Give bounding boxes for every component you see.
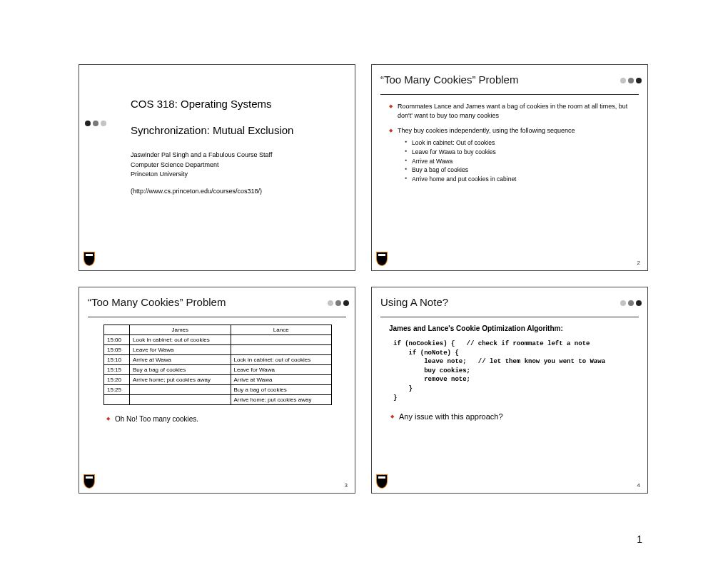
slide-page-number: 3 (345, 482, 348, 489)
col-james: James (130, 325, 231, 335)
cell (231, 335, 332, 345)
cell: 15:10 (104, 355, 130, 365)
department-line: Computer Science Department (131, 160, 330, 170)
algorithm-heading: James and Lance's Cookie Optimization Al… (389, 325, 639, 332)
course-url: (http://www.cs.princeton.edu/courses/cos… (131, 187, 330, 197)
cell (104, 395, 130, 405)
cell: 15:25 (104, 385, 130, 395)
princeton-shield-icon (376, 474, 388, 489)
table-row: 15:20Arrive home; put cookies awayArrive… (104, 375, 332, 385)
accent-dots-icon (85, 121, 106, 126)
svg-rect-2 (86, 476, 93, 479)
sub-bullet: Buy a bag of cookies (405, 165, 639, 175)
cell (130, 385, 231, 395)
instructor-line: Jaswinder Pal Singh and a Fabulous Cours… (131, 150, 330, 160)
schedule-table: James Lance 15:00Look in cabinet: out of… (103, 325, 332, 405)
cell: Arrive home; put cookies away (130, 375, 231, 385)
svg-rect-3 (378, 476, 385, 479)
table-row: 15:15Buy a bag of cookiesLeave for Wawa (104, 365, 332, 375)
divider (380, 317, 639, 317)
slide-page-number: 4 (637, 482, 640, 489)
col-lance: Lance (231, 325, 332, 335)
cell: Arrive at Wawa (231, 375, 332, 385)
cell: Arrive home; put cookies away (231, 395, 332, 405)
sub-bullet: Leave for Wawa to buy cookies (405, 148, 639, 157)
slide-title: “Too Many Cookies” Problem (380, 73, 639, 86)
divider (380, 94, 639, 95)
table-row: 15:10Arrive at WawaLook in cabinet: out … (104, 355, 332, 365)
princeton-shield-icon (376, 252, 388, 266)
table-row: Arrive home; put cookies away (104, 395, 332, 405)
table-row: 15:00Look in cabinet: out of cookies (104, 335, 332, 345)
code-block: if (noCookies) { // check if roommate le… (393, 339, 639, 402)
table-row: 15:05Leave for Wawa (104, 345, 332, 355)
accent-dots-icon (620, 78, 642, 83)
princeton-shield-icon (84, 474, 95, 489)
princeton-shield-icon (84, 252, 95, 266)
slide-3: “Too Many Cookies” Problem James Lance 1… (79, 287, 355, 494)
accent-dots-icon (620, 300, 642, 306)
table-header-row: James Lance (104, 325, 332, 335)
bullet-text: They buy cookies independently, using th… (398, 127, 575, 134)
cell: 15:00 (104, 335, 130, 345)
table-row: 15:25Buy a bag of cookies (104, 385, 332, 395)
cell: 15:20 (104, 375, 130, 385)
note-line: Oh No! Too many cookies. (106, 415, 346, 423)
slide-1: COS 318: Operating Systems Synchronizati… (79, 64, 355, 271)
cell: Look in cabinet: out of cookies (231, 355, 332, 365)
cell: Buy a bag of cookies (130, 365, 231, 375)
slide-title: Using A Note? (380, 296, 639, 308)
course-code: COS 318: Operating Systems (131, 98, 330, 110)
svg-rect-1 (378, 254, 385, 256)
university-line: Princeton University (131, 170, 330, 180)
sub-bullet: Look in cabinet: Out of cookies (405, 138, 639, 148)
page: COS 318: Operating Systems Synchronizati… (0, 0, 728, 562)
lecture-subtitle: Synchronization: Mutual Exclusion (131, 124, 330, 136)
cell: Buy a bag of cookies (231, 385, 332, 395)
slide-2: “Too Many Cookies” Problem Roommates Lan… (371, 64, 648, 271)
slide-page-number: 2 (637, 260, 640, 266)
sub-bullet: Arrive at Wawa (405, 157, 639, 166)
slide-title: “Too Many Cookies” Problem (88, 296, 346, 308)
bullet: Roommates Lance and James want a bag of … (389, 102, 639, 121)
cell (130, 395, 231, 405)
slide-4: Using A Note? James and Lance's Cookie O… (371, 287, 648, 494)
cell (231, 345, 332, 355)
bullet: They buy cookies independently, using th… (389, 126, 639, 184)
svg-rect-0 (86, 254, 93, 256)
accent-dots-icon (328, 300, 349, 306)
sub-bullet: Arrive home and put cookies in cabinet (405, 175, 639, 184)
cell: Look in cabinet: out of cookies (130, 335, 231, 345)
cell: Leave for Wawa (231, 365, 332, 375)
cell: Leave for Wawa (130, 345, 231, 355)
cell: Arrive at Wawa (130, 355, 231, 365)
cell: 15:15 (104, 365, 130, 375)
divider (88, 317, 346, 317)
issue-question: Any issue with this approach? (390, 412, 639, 421)
document-page-number: 1 (637, 533, 642, 545)
cell: 15:05 (104, 345, 130, 355)
